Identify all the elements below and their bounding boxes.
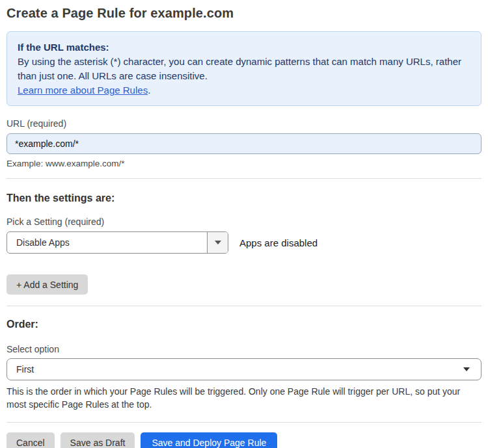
pick-setting-label: Pick a Setting (required) bbox=[7, 217, 481, 227]
learn-more-link[interactable]: Learn more about Page Rules bbox=[18, 85, 148, 96]
order-select-value: First bbox=[16, 364, 463, 375]
caret-down-icon bbox=[463, 367, 470, 371]
order-helper-text: This is the order in which your Page Rul… bbox=[7, 385, 475, 411]
url-example-helper: Example: www.example.com/* bbox=[7, 159, 481, 169]
cancel-button[interactable]: Cancel bbox=[7, 432, 55, 448]
divider bbox=[7, 178, 481, 179]
divider bbox=[7, 306, 481, 306]
url-field-label: URL (required) bbox=[7, 118, 481, 129]
caret-down-icon bbox=[215, 241, 221, 244]
order-select[interactable]: First bbox=[7, 358, 481, 380]
settings-section-heading: Then the settings are: bbox=[7, 192, 481, 204]
page-title: Create a Page Rule for example.com bbox=[7, 4, 481, 22]
order-select-label: Select option bbox=[7, 344, 481, 354]
order-section-heading: Order: bbox=[7, 318, 481, 330]
footer-actions: Cancel Save as Draft Save and Deploy Pag… bbox=[7, 432, 481, 448]
info-box-heading: If the URL matches: bbox=[18, 40, 470, 55]
setting-row: Disable Apps Apps are disabled bbox=[7, 231, 481, 254]
save-and-deploy-button[interactable]: Save and Deploy Page Rule bbox=[141, 432, 277, 448]
url-match-info-box: If the URL matches: By using the asteris… bbox=[7, 31, 481, 106]
link-suffix: . bbox=[148, 85, 150, 96]
setting-dropdown-caret-button[interactable] bbox=[207, 232, 228, 253]
setting-status-text: Apps are disabled bbox=[239, 237, 318, 248]
setting-dropdown-value: Disable Apps bbox=[7, 232, 207, 253]
save-as-draft-button[interactable]: Save as Draft bbox=[61, 432, 135, 448]
url-input[interactable] bbox=[7, 133, 481, 154]
page-rule-form: Create a Page Rule for example.com If th… bbox=[0, 0, 488, 448]
info-box-link-line: Learn more about Page Rules. bbox=[18, 83, 470, 98]
divider bbox=[7, 422, 481, 423]
setting-dropdown[interactable]: Disable Apps bbox=[7, 231, 228, 254]
info-box-body: By using the asterisk (*) character, you… bbox=[18, 55, 470, 83]
add-setting-button[interactable]: + Add a Setting bbox=[7, 274, 88, 295]
